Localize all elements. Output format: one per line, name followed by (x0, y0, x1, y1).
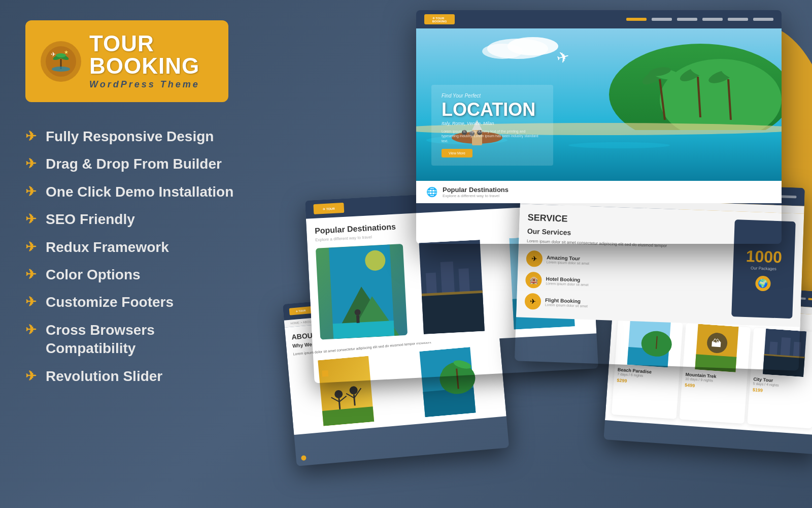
feature-item-seo: ✈SEO Friendly (25, 210, 259, 229)
mock-nav-contact (753, 18, 773, 21)
arrow-icon: ✈ (25, 267, 37, 282)
feature-item-footer: ✈Customize Footers (25, 293, 259, 311)
svg-rect-40 (333, 321, 394, 339)
mock-hero-overlay: Find Your Perfect LOCATION Italy, Rome, … (431, 85, 553, 166)
svg-rect-47 (441, 262, 455, 293)
feature-item-dragdrop: ✈Drag & Drop From Builder (25, 155, 259, 173)
arrow-icon: ✈ (25, 239, 37, 255)
mock-nav-service (677, 18, 697, 21)
arrow-icon: ✈ (25, 294, 37, 310)
mock-nav: ✈ TOURBOOKING (416, 10, 782, 28)
arrow-icon: ✈ (25, 129, 37, 144)
arrow-icon: ✈ (25, 368, 37, 384)
svg-rect-48 (458, 268, 469, 292)
svg-line-58 (339, 398, 340, 409)
feature-item-responsive: ✈Fully Responsive Design (25, 128, 259, 146)
svg-point-18 (568, 142, 670, 148)
feature-item-revolution: ✈Revolution Slider (25, 367, 259, 386)
feature-item-oneclick: ✈One Click Demo Installation (25, 183, 259, 201)
mock-nav-logo: ✈ TOURBOOKING (424, 14, 455, 24)
feature-item-color: ✈Color Options (25, 266, 259, 284)
mock-nav-blog (728, 18, 748, 21)
logo-title: TOUR (89, 33, 200, 55)
logo-icon: ✈ ★ (41, 41, 81, 82)
logo-subtitle: BOOKING (89, 55, 200, 77)
svg-rect-46 (426, 273, 437, 294)
mock-nav-about (652, 18, 672, 21)
mock-hero-title: LOCATION (442, 101, 543, 119)
feature-item-redux: ✈Redux Framework (25, 238, 259, 257)
mock-section-bar: 🌐 Popular Destinations Explore a differe… (416, 181, 782, 203)
screenshot-mid-logo: ✈ TOUR (313, 203, 344, 214)
feature-text-revolution: Revolution Slider (46, 367, 162, 386)
feature-text-redux: Redux Framework (46, 238, 169, 257)
arrow-icon: ✈ (25, 322, 37, 338)
arrow-icon: ✈ (25, 211, 37, 227)
logo-box: ✈ ★ TOUR BOOKING WordPress Theme (25, 20, 228, 102)
mock-section-title: Popular Destinations (443, 186, 509, 194)
mock-hero: ✈ Find Your Perfect LOCATION Italy, Rome… (416, 28, 782, 181)
arrow-icon: ✈ (25, 156, 37, 172)
service-item-1: ✈ Amazing Tour Lorem ipsum dolor sit ame… (526, 250, 727, 274)
feature-text-seo: SEO Friendly (46, 210, 135, 229)
mock-hero-tagline: Find Your Perfect (442, 93, 543, 99)
svg-line-62 (354, 394, 355, 405)
svg-point-11 (482, 44, 523, 59)
svg-point-5 (52, 67, 70, 72)
feature-text-dragdrop: Drag & Drop From Builder (46, 155, 222, 173)
svg-text:✈: ✈ (51, 51, 56, 58)
feature-text-responsive: Fully Responsive Design (46, 128, 214, 146)
feature-text-footer: Customize Footers (46, 293, 174, 311)
mock-hero-location: Italy, Rome, Venice, Milan (442, 121, 543, 126)
feature-text-crossbrowser: Cross Browsers Compatibility (46, 321, 155, 358)
service-item-3: ✈ Flight Booking Lorem ipsum dolor sit a… (524, 293, 726, 316)
logo-text-block: TOUR BOOKING WordPress Theme (89, 33, 200, 90)
service-item-2: 🏨 Hotel Booking Lorem ipsum dolor sit am… (525, 272, 727, 295)
feature-list: ✈Fully Responsive Design✈Drag & Drop Fro… (25, 128, 259, 386)
feature-text-color: Color Options (46, 266, 141, 284)
yellow-dot (301, 455, 307, 461)
mock-nav-links (626, 18, 773, 21)
right-panel: ✈ TOURBOOKING (279, 0, 812, 508)
screenshot-main: ✈ TOURBOOKING (416, 10, 782, 244)
arrow-icon: ✈ (25, 184, 37, 200)
dot-indicator (322, 370, 329, 377)
mock-hero-description: Lorem ipsum is simply dummy text of the … (442, 129, 543, 144)
mock-nav-packages (702, 18, 723, 21)
mock-hero-button[interactable]: View More (442, 149, 472, 157)
mock-nav-home (626, 18, 647, 21)
svg-rect-43 (356, 315, 360, 323)
feature-item-crossbrowser: ✈Cross Browsers Compatibility (25, 321, 259, 358)
feature-text-oneclick: One Click Demo Installation (46, 183, 233, 201)
mock-section-subtitle: Explore a different way to travel (443, 194, 509, 198)
service-items: ✈ Amazing Tour Lorem ipsum dolor sit ame… (524, 250, 727, 316)
svg-text:★: ★ (64, 49, 69, 55)
logo-tagline: WordPress Theme (89, 79, 200, 90)
left-panel: ✈ ★ TOUR BOOKING WordPress Theme ✈Fully … (0, 0, 284, 508)
svg-rect-45 (422, 291, 485, 334)
